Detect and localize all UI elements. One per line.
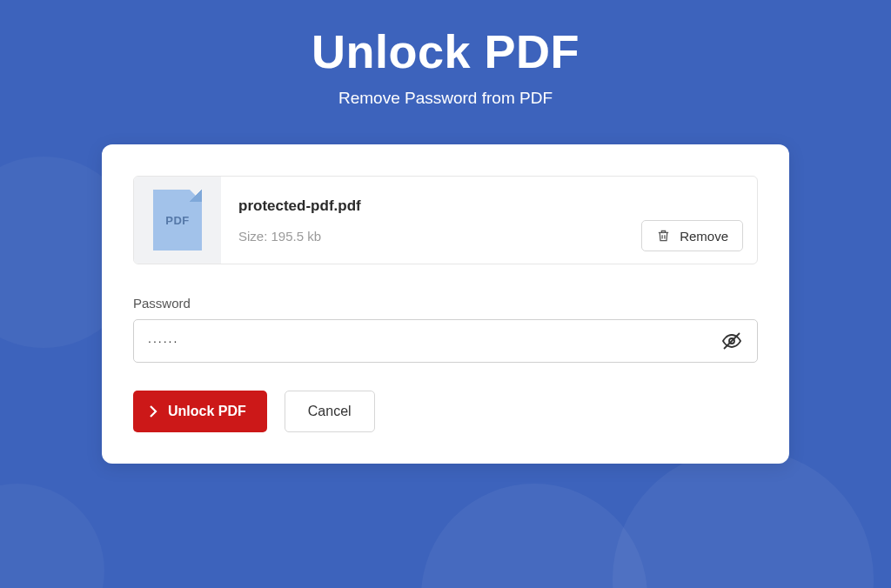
toggle-password-visibility-button[interactable] — [718, 327, 746, 355]
main-card: PDF protected-pdf.pdf Size: 195.5 kb Rem… — [102, 144, 789, 464]
cancel-button[interactable]: Cancel — [285, 391, 375, 432]
chevron-right-icon — [149, 404, 157, 418]
password-input[interactable] — [133, 319, 758, 363]
password-section: Password — [133, 296, 758, 363]
remove-button-label: Remove — [680, 229, 728, 244]
unlock-button-label: Unlock PDF — [168, 404, 246, 419]
pdf-icon-label: PDF — [165, 214, 190, 227]
unlock-pdf-button[interactable]: Unlock PDF — [133, 391, 267, 432]
page-subtitle: Remove Password from PDF — [0, 89, 891, 108]
trash-icon — [656, 228, 671, 244]
file-name: protected-pdf.pdf — [238, 197, 740, 215]
password-row — [133, 319, 758, 363]
file-thumbnail: PDF — [134, 177, 221, 264]
password-label: Password — [133, 296, 758, 311]
eye-off-icon — [721, 331, 742, 351]
pdf-file-icon: PDF — [153, 190, 202, 251]
page-header: Unlock PDF Remove Password from PDF — [0, 0, 891, 108]
file-info: protected-pdf.pdf Size: 195.5 kb Remove — [221, 177, 757, 264]
remove-file-button[interactable]: Remove — [641, 220, 743, 251]
file-row: PDF protected-pdf.pdf Size: 195.5 kb Rem… — [133, 176, 758, 264]
action-buttons: Unlock PDF Cancel — [133, 391, 758, 432]
page-title: Unlock PDF — [0, 24, 891, 78]
decorative-cloud — [0, 484, 104, 588]
